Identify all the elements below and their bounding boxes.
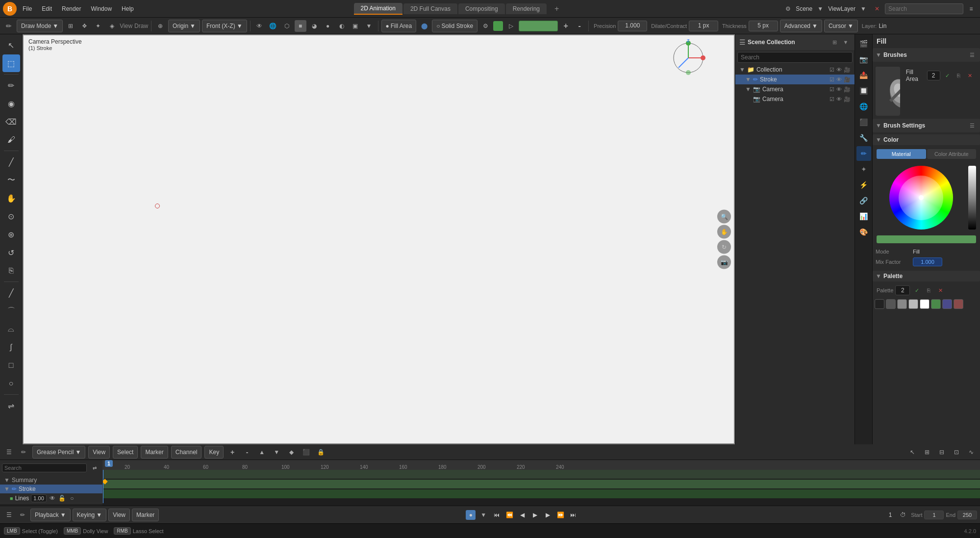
outliner-item-stroke[interactable]: ▼ ✏ Stroke ☑ 👁 🎥	[735, 75, 854, 84]
frame-indicator[interactable]: 1	[105, 460, 113, 467]
stroke-settings-icon[interactable]: ⚙	[479, 20, 491, 32]
outliner-item-camera-1[interactable]: ▼ 📷 Camera ☑ 👁 🎥	[735, 84, 854, 94]
lines-hide-icon[interactable]: ○	[68, 494, 76, 502]
shading-icon-3[interactable]: ●	[322, 20, 334, 32]
view-menu-label[interactable]: View	[120, 23, 132, 29]
toolbar-icon-5[interactable]: ◈	[106, 20, 118, 32]
tl-minus-icon[interactable]: -	[241, 446, 253, 458]
viewport[interactable]: Camera Perspective (1) Stroke Z	[23, 34, 735, 444]
play-start-btn[interactable]: ⏮	[491, 510, 502, 520]
draw-menu-label[interactable]: Draw	[134, 23, 148, 29]
add-icon[interactable]: +	[560, 20, 572, 32]
palette-num[interactable]: 2	[895, 285, 910, 295]
tool-twist[interactable]: ↺	[2, 244, 20, 261]
swatch-3[interactable]	[908, 299, 918, 309]
grease-pencil-btn[interactable]: Grease Pencil ▼	[32, 446, 85, 459]
palette-verify-icon[interactable]: ✓	[912, 285, 922, 295]
vis-eye[interactable]: 👁	[836, 67, 842, 73]
brush-settings-list-icon[interactable]: ☰	[967, 121, 977, 130]
palette-delete-icon[interactable]: ✕	[935, 285, 945, 295]
tl-graph-icon[interactable]: ∿	[965, 446, 977, 458]
props-world-icon[interactable]: 🌐	[856, 99, 871, 114]
tool-select[interactable]: ⬚	[2, 54, 20, 72]
tl-stroke-item[interactable]: ▼ ✏ Stroke	[0, 485, 102, 493]
brush-preview-img[interactable]	[876, 67, 900, 116]
display-icon[interactable]: ⬡	[281, 20, 293, 32]
outliner-settings-icon[interactable]: ▼	[841, 37, 851, 47]
playback-icon[interactable]: ✏	[17, 509, 28, 521]
tl-down-icon[interactable]: ▼	[271, 446, 282, 458]
gizmo[interactable]: Z	[669, 38, 708, 77]
dilate-value[interactable]: 1 px	[689, 21, 718, 31]
menu-render[interactable]: Render	[58, 3, 85, 14]
toolbar-icon-4[interactable]: ✦	[92, 20, 104, 32]
nav-zoom[interactable]: 🔍	[717, 210, 731, 224]
vis-camera[interactable]: 🎥	[844, 67, 851, 73]
shading-icon-1[interactable]: ■	[295, 20, 306, 32]
color-expand-icon[interactable]: ▷	[505, 20, 517, 32]
brushes-header[interactable]: ▼ Brushes ☰	[873, 48, 980, 62]
thickness-value[interactable]: 5 px	[749, 21, 778, 31]
props-gp-icon[interactable]: ✏	[856, 146, 871, 161]
tl-filter-icon[interactable]: ⊞	[921, 446, 933, 458]
tool-pinch[interactable]: ⊛	[2, 226, 20, 243]
outliner-item-camera-2[interactable]: 📷 Camera ☑ 👁 🎥	[735, 94, 854, 104]
vis-checkbox[interactable]: ☑	[829, 67, 834, 73]
tl-type-icon[interactable]: ✏	[18, 446, 29, 458]
timeline-right[interactable]: 1 20 40 60 80 100 120 140 160 180 200 22…	[103, 460, 980, 503]
play-prev-btn[interactable]: ◀	[517, 510, 528, 520]
toolbar-icon-2[interactable]: ⊞	[65, 20, 76, 32]
tool-box[interactable]: □	[2, 357, 20, 374]
lines-eye-icon[interactable]: 👁	[49, 494, 56, 502]
swatch-5[interactable]	[931, 299, 941, 309]
tl-view-btn[interactable]: View	[88, 446, 110, 459]
mix-factor-value[interactable]: 1.000	[913, 257, 942, 266]
props-particles-icon[interactable]: ✦	[856, 162, 871, 177]
tool-curve[interactable]: ∫	[2, 338, 20, 356]
props-data-icon[interactable]: 📊	[856, 209, 871, 224]
menu-file[interactable]: File	[19, 3, 36, 14]
tl-channel-btn[interactable]: Channel	[171, 446, 202, 459]
palette-copy-icon[interactable]: ⎘	[924, 285, 933, 295]
nav-pan[interactable]: ✋	[717, 225, 731, 239]
tool-circle[interactable]: ○	[2, 375, 20, 392]
brush-delete-icon[interactable]: ✕	[966, 71, 974, 80]
eye-icon[interactable]: 👁	[253, 20, 265, 32]
stroke-vis-camera[interactable]: 🎥	[844, 77, 851, 83]
props-material-icon[interactable]: 🎨	[856, 225, 871, 239]
color-wheel[interactable]	[889, 166, 953, 230]
tl-select-btn[interactable]: Select	[113, 446, 138, 459]
engine-icon[interactable]: ⚙	[782, 3, 794, 15]
swatch-7[interactable]	[954, 299, 963, 309]
opacity-bar[interactable]	[519, 21, 558, 31]
color-attr-tab[interactable]: Color Attribute	[927, 149, 977, 159]
outliner-item-collection[interactable]: ▼ 📁 Collection ☑ 👁 🎥	[735, 65, 854, 75]
shading-icon-4[interactable]: ◐	[336, 20, 348, 32]
tl-icon[interactable]: ☰	[3, 446, 15, 458]
props-view-layer-icon[interactable]: 🔲	[856, 83, 871, 98]
brush-copy-icon[interactable]: ⎘	[955, 71, 963, 80]
precision-value[interactable]: 1.000	[618, 21, 647, 31]
playback-dropdown-icon[interactable]: ▼	[477, 509, 489, 521]
play-stop-btn[interactable]: ▶	[529, 510, 540, 520]
filter-icon[interactable]: ≡	[965, 3, 977, 15]
tool-arc[interactable]: ⌓	[2, 320, 20, 338]
tool-trim[interactable]: ╱	[2, 153, 20, 171]
color-wheel-dot[interactable]	[919, 195, 924, 200]
scene-dropdown-icon[interactable]: ▼	[814, 3, 826, 15]
lines-lock-icon[interactable]: 🔓	[58, 494, 66, 502]
outliner-filter-icon[interactable]: ⊞	[829, 37, 839, 47]
lines-value[interactable]: 1.00	[31, 494, 46, 502]
brush-verify-icon[interactable]: ✓	[943, 71, 952, 80]
playback-settings-icon[interactable]: ☰	[3, 509, 15, 521]
brushes-list-icon[interactable]: ☰	[967, 50, 977, 60]
tool-draw[interactable]: ✏	[2, 77, 20, 94]
blender-logo[interactable]: B	[3, 2, 17, 16]
solid-stroke-btn[interactable]: ○ Solid Stroke	[432, 20, 477, 32]
playback-btn[interactable]: Playback ▼	[30, 509, 71, 521]
menu-help[interactable]: Help	[118, 3, 138, 14]
tl-up-icon[interactable]: ▲	[256, 446, 268, 458]
props-object-icon[interactable]: ⬛	[856, 115, 871, 129]
cursor-btn[interactable]: Cursor ▼	[824, 20, 858, 32]
tab-add[interactable]: +	[548, 2, 566, 15]
